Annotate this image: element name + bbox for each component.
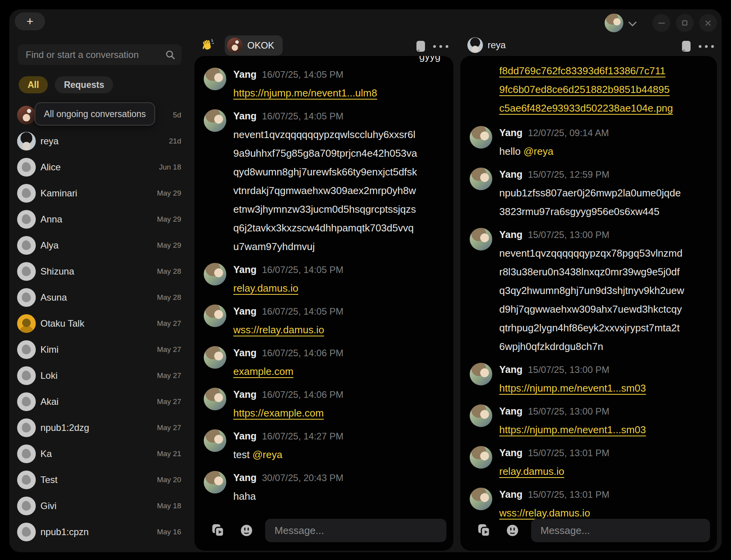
message-input[interactable] — [265, 519, 446, 542]
message: Yang 15/07/25, 12:59 PM npub1zfss807aer0… — [470, 168, 710, 221]
chevron-down-icon[interactable] — [628, 18, 637, 26]
list-item[interactable]: npub1:cpzn May 16 — [14, 519, 182, 545]
mention-link[interactable]: @reya — [523, 145, 553, 157]
avatar[interactable] — [204, 304, 226, 327]
message-content: https://njump.me/nevent1...sm03 — [499, 379, 646, 397]
message-sender: Yang — [499, 404, 523, 418]
list-item[interactable]: Test May 20 — [14, 467, 182, 493]
attach-media-button[interactable] — [211, 523, 226, 538]
conversation-timestamp: May 21 — [157, 450, 182, 458]
message-link[interactable]: c5ae6f482e93933d502238ae104e.png — [499, 99, 685, 117]
avatar[interactable] — [204, 68, 226, 90]
tab-requests[interactable]: Requests — [55, 76, 113, 93]
search-icon — [165, 50, 175, 60]
avatar[interactable] — [470, 168, 492, 190]
list-item[interactable]: Loki May 27 — [14, 362, 182, 388]
minimize-button[interactable] — [652, 14, 670, 32]
message-link[interactable]: 9fc6b07ed8ce6d251882b9851b44895 — [499, 80, 685, 99]
message-text: npub1zfss807aer0j26mwp2la0ume0jqde3823rm… — [499, 187, 681, 217]
avatar[interactable] — [470, 126, 492, 149]
avatar[interactable] — [204, 429, 226, 452]
account-avatar[interactable] — [605, 14, 623, 32]
search-input[interactable] — [18, 49, 165, 60]
message-link[interactable]: wss://relay.damus.io — [499, 507, 590, 519]
message-content: nevent1qvzqqqqqqypzqwlsccluhy6xxsr6l9a9u… — [233, 125, 419, 256]
active-chat-pill[interactable]: OKOK — [225, 35, 283, 56]
avatar — [17, 184, 36, 203]
list-item[interactable]: Akai May 27 — [14, 388, 182, 415]
message-content: haha — [233, 487, 343, 506]
right-chat-more-button[interactable] — [699, 45, 714, 48]
list-item[interactable]: Kimi May 27 — [14, 336, 182, 362]
message-content: hello @reya — [499, 142, 609, 161]
message-link[interactable]: relay.damus.io — [233, 282, 298, 294]
left-chat-note-button[interactable] — [415, 40, 426, 54]
avatar[interactable] — [204, 346, 226, 369]
avatar[interactable] — [204, 388, 226, 410]
message: Yang 30/07/25, 20:43 PM haha — [204, 471, 446, 506]
list-item[interactable]: npub1:2dzg May 27 — [14, 415, 182, 441]
message-content: test @reya — [233, 445, 343, 464]
message-timestamp: 16/07/25, 14:05 PM — [262, 305, 343, 318]
list-item[interactable]: Alya May 29 — [14, 232, 182, 258]
maximize-button[interactable] — [676, 14, 694, 32]
chat-panel-left: gyyg Yang 16/07/25, 14:05 PM https://nju… — [194, 56, 453, 551]
avatar[interactable] — [470, 228, 492, 250]
avatar[interactable] — [204, 471, 226, 494]
close-button[interactable] — [699, 14, 717, 32]
list-item[interactable]: Shizuna May 28 — [14, 258, 182, 284]
avatar[interactable] — [204, 263, 226, 285]
message-text: nevent1qvzqqqqqqypzqx78pgq53vlnzmdr8l3u3… — [499, 247, 684, 352]
conversation-timestamp: May 27 — [157, 371, 182, 380]
message-link[interactable]: https://example.com — [233, 407, 324, 419]
list-item[interactable]: reya 21d — [14, 128, 182, 154]
attach-media-button[interactable] — [477, 523, 491, 538]
avatar[interactable] — [470, 363, 492, 385]
avatar — [17, 444, 36, 463]
close-icon — [705, 19, 712, 26]
wave-emoji — [201, 39, 214, 52]
minimize-icon — [658, 23, 665, 24]
conversation-name: Test — [40, 474, 157, 485]
list-item[interactable]: Alice Jun 18 — [14, 154, 182, 180]
message: Yang 12/07/25, 09:14 AM hello @reya — [470, 126, 710, 161]
message: Yang 15/07/25, 13:00 PM nevent1qvzqqqqqq… — [470, 228, 710, 356]
message: Yang 16/07/25, 14:05 PM https://njump.me… — [204, 68, 446, 102]
list-item[interactable]: Givi May 18 — [14, 493, 182, 519]
list-item[interactable]: Kaminari May 29 — [14, 180, 182, 206]
right-chat-header[interactable]: reya — [467, 37, 506, 53]
message-timestamp: 16/07/25, 14:05 PM — [262, 68, 343, 81]
conversation-timestamp: May 28 — [157, 267, 182, 276]
avatar[interactable] — [470, 488, 492, 510]
message-input[interactable] — [531, 519, 710, 542]
tab-all[interactable]: All — [19, 76, 48, 93]
message-content: nevent1qvzqqqqqqypzqx78pgq53vlnzmdr8l3u3… — [499, 244, 685, 356]
conversation-name: npub1:2dzg — [40, 422, 157, 433]
list-item[interactable]: Anna May 29 — [14, 206, 182, 232]
list-item[interactable]: Otaku Talk May 27 — [14, 310, 182, 336]
message-content: npub1zfss807aer0j26mwp2la0ume0jqde3823rm… — [499, 184, 685, 221]
left-chat-more-button[interactable] — [433, 45, 448, 48]
list-item[interactable]: Asuna May 28 — [14, 284, 182, 310]
avatar — [17, 106, 36, 124]
message-link[interactable]: https://njump.me/nevent1...sm03 — [499, 382, 646, 394]
right-chat-note-button[interactable] — [681, 40, 692, 54]
mention-link[interactable]: @reya — [252, 449, 282, 460]
clipped-link-message[interactable]: f8dd769c762fc83393d6f13386/7c711 9fc6b07… — [499, 61, 685, 117]
composer — [470, 519, 710, 542]
message-link[interactable]: https://njump.me/nevent1...sm03 — [499, 424, 646, 436]
message-link[interactable]: wss://relay.damus.io — [233, 324, 324, 336]
message-link[interactable]: https://njump.me/nevent1...ulm8 — [233, 87, 377, 99]
emoji-button[interactable] — [505, 523, 519, 537]
avatar[interactable] — [204, 109, 226, 132]
message-link[interactable]: example.com — [233, 366, 294, 377]
window-controls — [605, 9, 717, 37]
emoji-button[interactable] — [240, 523, 254, 537]
avatar[interactable] — [470, 446, 492, 469]
list-item[interactable]: Ka May 21 — [14, 441, 182, 467]
new-conversation-button[interactable]: + — [15, 12, 45, 30]
message-link[interactable]: f8dd769c762fc83393d6f13386/7c711 — [499, 61, 685, 80]
message-link[interactable]: relay.damus.io — [499, 466, 564, 477]
message-timestamp: 12/07/25, 09:14 AM — [528, 126, 609, 140]
avatar[interactable] — [470, 404, 492, 427]
